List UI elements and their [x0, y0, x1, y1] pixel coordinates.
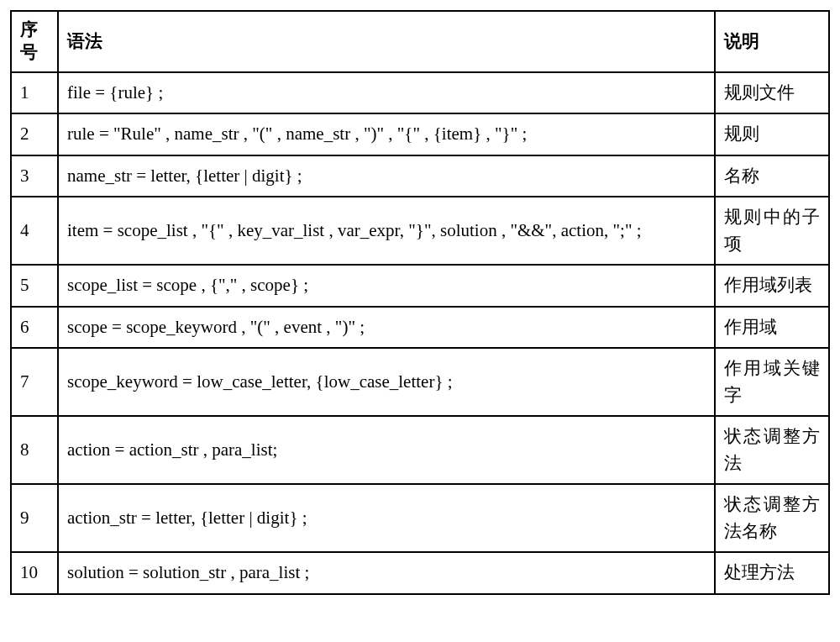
grammar-cell: item = scope_list , "{" , key_var_list ,… [58, 197, 715, 265]
desc-cell: 规则中的子项 [715, 197, 829, 265]
table-row: 1 file = {rule} ; 规则文件 [11, 72, 829, 114]
desc-cell: 作用域 [715, 307, 829, 349]
seq-cell: 9 [11, 484, 58, 552]
grammar-cell: action = action_str , para_list; [58, 416, 715, 484]
seq-cell: 10 [11, 552, 58, 594]
header-desc: 说明 [715, 11, 829, 72]
grammar-table: 序号 语法 说明 1 file = {rule} ; 规则文件 2 rule =… [10, 10, 830, 595]
grammar-cell: scope_list = scope , {"," , scope} ; [58, 265, 715, 307]
desc-cell: 名称 [715, 155, 829, 197]
table-row: 2 rule = "Rule" , name_str , "(" , name_… [11, 113, 829, 155]
seq-cell: 3 [11, 155, 58, 197]
seq-cell: 4 [11, 197, 58, 265]
grammar-cell: rule = "Rule" , name_str , "(" , name_st… [58, 113, 715, 155]
seq-cell: 1 [11, 72, 58, 114]
table-row: 5 scope_list = scope , {"," , scope} ; 作… [11, 265, 829, 307]
table-row: 7 scope_keyword = low_case_letter, {low_… [11, 348, 829, 416]
header-seq: 序号 [11, 11, 58, 72]
seq-cell: 2 [11, 113, 58, 155]
grammar-cell: action_str = letter, {letter | digit} ; [58, 484, 715, 552]
table-row: 8 action = action_str , para_list; 状态调整方… [11, 416, 829, 484]
desc-cell: 状态调整方法名称 [715, 484, 829, 552]
grammar-cell: name_str = letter, {letter | digit} ; [58, 155, 715, 197]
desc-cell: 规则 [715, 113, 829, 155]
grammar-cell: scope = scope_keyword , "(" , event , ")… [58, 307, 715, 349]
table-row: 6 scope = scope_keyword , "(" , event , … [11, 307, 829, 349]
header-row: 序号 语法 说明 [11, 11, 829, 72]
desc-cell: 作用域关键字 [715, 348, 829, 416]
header-grammar: 语法 [58, 11, 715, 72]
seq-cell: 6 [11, 307, 58, 349]
grammar-cell: scope_keyword = low_case_letter, {low_ca… [58, 348, 715, 416]
seq-cell: 5 [11, 265, 58, 307]
desc-cell: 作用域列表 [715, 265, 829, 307]
seq-cell: 8 [11, 416, 58, 484]
desc-cell: 处理方法 [715, 552, 829, 594]
table-row: 3 name_str = letter, {letter | digit} ; … [11, 155, 829, 197]
grammar-cell: file = {rule} ; [58, 72, 715, 114]
desc-cell: 规则文件 [715, 72, 829, 114]
grammar-cell: solution = solution_str , para_list ; [58, 552, 715, 594]
table-row: 9 action_str = letter, {letter | digit} … [11, 484, 829, 552]
seq-cell: 7 [11, 348, 58, 416]
table-row: 4 item = scope_list , "{" , key_var_list… [11, 197, 829, 265]
table-row: 10 solution = solution_str , para_list ;… [11, 552, 829, 594]
desc-cell: 状态调整方法 [715, 416, 829, 484]
